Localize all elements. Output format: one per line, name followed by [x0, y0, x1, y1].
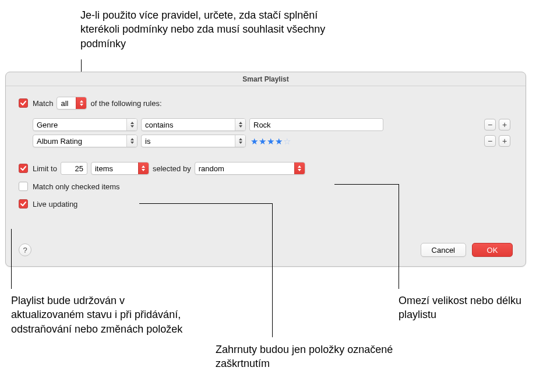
smart-playlist-dialog: Smart Playlist Match all of the followin… [5, 72, 526, 267]
callout-right-vline [399, 184, 399, 289]
cancel-button[interactable]: Cancel [421, 243, 466, 257]
rule-op-select[interactable]: is [141, 135, 246, 147]
match-checkbox[interactable] [19, 98, 28, 108]
match-label-post: of the following rules: [90, 99, 161, 108]
updown-icon [126, 119, 137, 130]
star-icon: ★ [259, 137, 266, 146]
star-outline-icon: ☆ [283, 137, 291, 146]
rule-op-value: is [145, 137, 231, 146]
callout-mid-hline [139, 203, 272, 204]
limit-unit-select[interactable]: items [91, 162, 149, 175]
match-mode-value: all [61, 99, 72, 108]
star-icon: ★ [275, 137, 283, 146]
updown-icon [235, 135, 245, 147]
ok-button[interactable]: OK [472, 243, 513, 257]
rule-buttons: − + [484, 119, 513, 130]
check-icon [20, 200, 27, 207]
match-checked-row: Match only checked items [19, 182, 513, 191]
rule-row: Genre contains Rock − + [33, 116, 513, 133]
rule-field-value: Genre [37, 121, 123, 129]
rule-op-select[interactable]: contains [141, 118, 246, 131]
selected-by-label: selected by [153, 164, 191, 173]
rule-field-value: Album Rating [37, 137, 123, 146]
dialog-footer: ? Cancel OK [19, 243, 513, 257]
add-rule-button[interactable]: + [499, 119, 510, 130]
check-icon [20, 100, 27, 107]
rating-stars[interactable]: ★ ★ ★ ★ ☆ [251, 137, 291, 146]
match-label-pre: Match [33, 99, 53, 108]
match-checked-checkbox[interactable] [19, 182, 28, 191]
callout-left: Playlist bude udržován v aktualizovaném … [11, 294, 192, 336]
rule-field-select[interactable]: Album Rating [33, 135, 138, 147]
match-mode-select[interactable]: all [57, 97, 87, 110]
updown-icon [138, 163, 149, 174]
limit-value-text: 25 [75, 164, 83, 173]
remove-rule-button[interactable]: − [484, 119, 496, 130]
callout-right-hline [334, 184, 399, 185]
match-checked-label: Match only checked items [33, 182, 120, 191]
star-icon: ★ [251, 137, 258, 146]
live-updating-label: Live updating [33, 200, 77, 209]
rule-row: Album Rating is ★ ★ ★ ★ ☆ − + [33, 133, 513, 149]
callout-right: Omezí velikost nebo délku playlistu [399, 294, 527, 322]
updown-icon [294, 163, 305, 174]
help-button[interactable]: ? [19, 243, 31, 256]
selected-by-value: random [199, 164, 291, 173]
limit-unit-value: items [95, 164, 135, 173]
limit-value-input[interactable]: 25 [61, 162, 87, 175]
rule-field-select[interactable]: Genre [33, 118, 138, 131]
updown-icon [235, 119, 245, 130]
rule-value-input[interactable]: Rock [249, 118, 383, 131]
check-icon [20, 165, 27, 172]
remove-rule-button[interactable]: − [484, 135, 496, 147]
limit-label: Limit to [33, 164, 57, 173]
selected-by-select[interactable]: random [195, 162, 305, 175]
updown-icon [126, 135, 137, 147]
dialog-title: Smart Playlist [6, 72, 526, 86]
callout-left-vline [11, 229, 12, 289]
rules-list: Genre contains Rock − + Album Rating [33, 116, 513, 149]
limit-row: Limit to 25 items selected by random [19, 162, 513, 175]
limit-checkbox[interactable] [19, 164, 28, 173]
updown-icon [76, 97, 86, 109]
callout-top: Je-li použito více pravidel, určete, zda… [80, 8, 331, 51]
live-updating-checkbox[interactable] [19, 199, 28, 209]
rule-value-text: Rock [253, 121, 271, 129]
callout-mid: Zahrnuty budou jen položky označené zašk… [216, 342, 402, 371]
rule-op-value: contains [145, 121, 231, 129]
rule-buttons: − + [484, 135, 513, 147]
match-row: Match all of the following rules: [19, 97, 513, 110]
callout-mid-vline [272, 203, 273, 337]
star-icon: ★ [267, 137, 274, 146]
live-updating-row: Live updating [19, 199, 513, 209]
add-rule-button[interactable]: + [499, 135, 510, 147]
